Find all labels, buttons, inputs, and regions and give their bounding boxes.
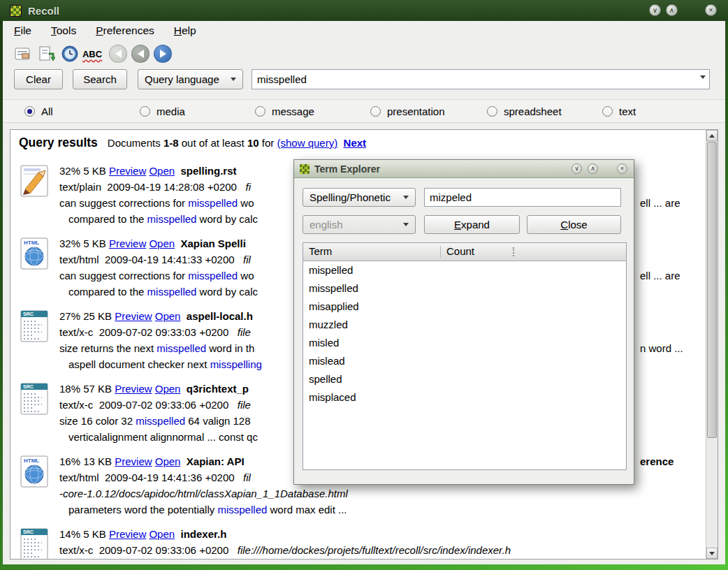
svg-text:SRC: SRC (23, 384, 34, 389)
radio-icon[interactable] (255, 106, 265, 117)
close-icon[interactable]: × (617, 163, 627, 174)
preview-link[interactable]: Preview (115, 310, 152, 322)
header-section-mark (513, 247, 514, 256)
open-link[interactable]: Open (155, 383, 181, 395)
search-input[interactable]: misspelled (252, 69, 710, 89)
history-clock-icon[interactable] (60, 44, 80, 64)
next-link[interactable]: Next (344, 137, 367, 149)
result-title: q3richtext_p (180, 383, 249, 395)
results-header: Query results Documents 1-8 out of at le… (19, 136, 366, 150)
close-button[interactable]: Close (527, 215, 621, 234)
term-explorer-dialog: Term Explorer ∨ ∧ × Spelling/Phonetic mi… (293, 159, 634, 485)
menu-bar: File Tools Preferences Help (3, 21, 725, 41)
radio-icon[interactable] (602, 106, 613, 117)
unshade-icon[interactable]: ∧ (588, 163, 598, 174)
term-row[interactable]: misspelled (303, 279, 626, 298)
radio-icon[interactable] (140, 106, 150, 117)
window-titlebar[interactable]: Recoll (0, 0, 728, 21)
term-row[interactable]: muzzled (303, 316, 626, 334)
filter-label: spreadsheet (504, 105, 562, 117)
filter-media[interactable]: media (140, 105, 185, 117)
open-link[interactable]: Open (149, 238, 175, 249)
results-summary: Documents 1-8 out of at least 10 for (sh… (108, 137, 366, 149)
back-icon[interactable] (131, 45, 150, 63)
term-row[interactable]: spelled (303, 370, 626, 388)
term-input[interactable]: mizpeled (424, 188, 621, 207)
spellcheck-abc-icon[interactable]: ABC (82, 44, 102, 64)
mime-and-date: text/plain 2009-04-19 14:28:08 +0200 (59, 181, 245, 193)
column-count[interactable]: Count (446, 245, 474, 257)
expand-button[interactable]: Expand (424, 215, 520, 234)
open-link[interactable]: Open (149, 528, 175, 540)
radio-icon[interactable] (370, 106, 381, 117)
column-divider[interactable] (440, 246, 441, 258)
recoll-window: Recoll ∨ ∧ × File Tools Preferences Help… (0, 0, 728, 570)
chevron-down-icon (403, 223, 409, 226)
unshade-icon[interactable]: ∧ (666, 4, 678, 16)
menu-file[interactable]: File (14, 24, 31, 37)
term-table: Term Count mispelledmisspelledmisapplied… (303, 242, 627, 470)
term-row[interactable]: misplaced (303, 388, 626, 407)
preview-link[interactable]: Preview (109, 528, 146, 540)
term-row[interactable]: mispelled (303, 261, 626, 279)
radio-icon[interactable] (24, 106, 35, 117)
result-title: aspell-local.h (180, 310, 252, 322)
update-document-icon[interactable] (36, 44, 56, 64)
filter-row: Allmediamessagepresentationspreadsheette… (3, 99, 725, 123)
result-snippet: parameters word the potentially misspell… (59, 502, 705, 518)
scroll-up-icon[interactable] (706, 130, 718, 141)
results-heading: Query results (19, 136, 98, 150)
filter-message[interactable]: message (255, 105, 314, 117)
shade-icon[interactable]: ∨ (649, 4, 661, 16)
filter-label: message (272, 105, 314, 117)
tool-bar: ABC (3, 41, 725, 67)
term-explorer-titlebar[interactable]: Term Explorer (294, 160, 634, 178)
open-link[interactable]: Open (155, 455, 181, 467)
html-file-icon: HTML (19, 455, 50, 490)
result-snippet: -core-1.0.12/docs/apidoc/html/classXapia… (59, 485, 705, 502)
show-query-link[interactable]: (show query) (277, 137, 338, 149)
filter-text[interactable]: text (602, 105, 636, 117)
filter-presentation[interactable]: presentation (370, 105, 445, 117)
term-cell: misspelled (309, 282, 358, 294)
open-link[interactable]: Open (155, 310, 181, 322)
scrollbar-thumb[interactable] (707, 142, 717, 438)
close-icon[interactable]: × (705, 4, 717, 16)
preview-link[interactable]: Preview (115, 383, 152, 395)
filter-label: media (156, 105, 185, 117)
forward-icon[interactable] (154, 45, 172, 63)
history-dropdown-icon[interactable] (700, 75, 706, 79)
result-title: indexer.h (175, 528, 226, 540)
filter-all[interactable]: All (24, 105, 53, 117)
term-cell: misplaced (309, 391, 356, 403)
filter-spreadsheet[interactable]: spreadsheet (487, 105, 562, 117)
mime-and-date: text/x-c 2009-07-02 09:33:06 +0200 (59, 544, 238, 556)
chevron-down-icon (231, 78, 236, 81)
radio-icon[interactable] (487, 106, 497, 117)
preview-link[interactable]: Preview (109, 165, 146, 177)
mime-and-date: text/html 2009-04-19 14:41:36 +0200 (59, 472, 243, 483)
term-cell: misled (309, 337, 339, 349)
shade-icon[interactable]: ∨ (572, 163, 582, 174)
query-mode-select[interactable]: Query language (138, 69, 243, 89)
results-scrollbar[interactable] (706, 130, 718, 559)
clear-form-icon[interactable] (13, 44, 32, 64)
first-page-icon[interactable] (109, 45, 127, 63)
scroll-down-icon[interactable] (706, 548, 718, 559)
clear-button[interactable]: Clear (14, 69, 63, 89)
column-term[interactable]: Term (309, 245, 332, 257)
preview-link[interactable]: Preview (115, 455, 152, 467)
menu-tools[interactable]: Tools (51, 24, 76, 37)
term-row[interactable]: misled (303, 334, 626, 352)
mime-and-date: text/html 2009-04-19 14:41:33 +0200 (59, 254, 243, 265)
open-link[interactable]: Open (149, 165, 175, 177)
menu-help[interactable]: Help (174, 24, 196, 37)
menu-preferences[interactable]: Preferences (96, 24, 154, 37)
search-button[interactable]: Search (73, 69, 127, 89)
term-cell: mislead (309, 355, 345, 367)
expansion-mode-select[interactable]: Spelling/Phonetic (303, 188, 416, 207)
result-item: SRC14% 5 KB Preview Open indexer.htext/x… (10, 526, 705, 560)
term-row[interactable]: misapplied (303, 298, 626, 316)
preview-link[interactable]: Preview (109, 238, 146, 249)
term-row[interactable]: mislead (303, 352, 626, 370)
